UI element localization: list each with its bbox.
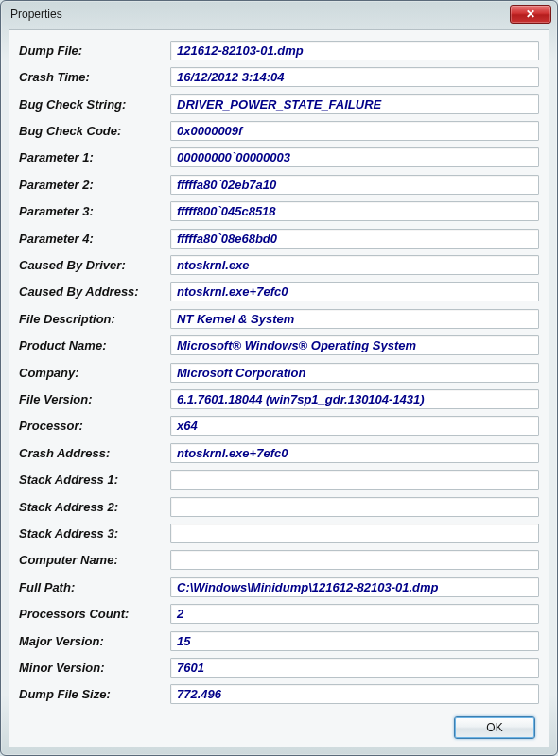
label-caused-by-driver: Caused By Driver: (19, 258, 170, 272)
row-caused-by-address: Caused By Address: ntoskrnl.exe+7efc0 (19, 282, 539, 302)
value-dump-file[interactable]: 121612-82103-01.dmp (170, 41, 539, 60)
row-processor: Processor: x64 (19, 416, 539, 437)
label-bug-check-string: Bug Check String: (19, 97, 170, 112)
window-title: Properties (10, 8, 510, 21)
label-parameter-2: Parameter 2: (19, 178, 170, 192)
label-product-name: Product Name: (19, 338, 170, 352)
row-bug-check-code: Bug Check Code: 0x0000009f (19, 120, 539, 141)
row-file-version: File Version: 6.1.7601.18044 (win7sp1_gd… (19, 388, 539, 409)
value-full-path[interactable]: C:\Windows\Minidump\121612-82103-01.dmp (170, 577, 539, 597)
value-file-description[interactable]: NT Kernel & System (170, 309, 539, 329)
value-bug-check-code[interactable]: 0x0000009f (170, 121, 539, 141)
row-crash-address: Crash Address: ntoskrnl.exe+7efc0 (19, 442, 539, 463)
value-crash-address[interactable]: ntoskrnl.exe+7efc0 (170, 443, 539, 463)
row-full-path: Full Path: C:\Windows\Minidump\121612-82… (19, 576, 539, 597)
close-icon: ✕ (526, 8, 535, 21)
row-product-name: Product Name: Microsoft® Windows® Operat… (19, 335, 539, 355)
button-bar: OK (19, 711, 539, 741)
row-computer-name: Computer Name: (19, 550, 539, 571)
label-crash-address: Crash Address: (19, 446, 170, 460)
row-caused-by-driver: Caused By Driver: ntoskrnl.exe (19, 254, 539, 275)
label-bug-check-code: Bug Check Code: (19, 124, 170, 138)
ok-button[interactable]: OK (454, 716, 535, 739)
label-stack-address-3: Stack Address 3: (19, 526, 170, 541)
label-caused-by-address: Caused By Address: (19, 284, 170, 299)
label-major-version: Major Version: (19, 634, 170, 648)
value-caused-by-address[interactable]: ntoskrnl.exe+7efc0 (170, 282, 539, 301)
row-stack-address-1: Stack Address 1: (19, 470, 539, 490)
value-processors-count[interactable]: 2 (170, 604, 539, 624)
row-dump-file: Dump File: 121612-82103-01.dmp (19, 40, 539, 60)
label-full-path: Full Path: (19, 580, 170, 594)
label-stack-address-2: Stack Address 2: (19, 500, 170, 514)
close-button[interactable]: ✕ (510, 5, 551, 24)
row-parameter-1: Parameter 1: 00000000`00000003 (19, 147, 539, 168)
row-parameter-3: Parameter 3: fffff800`045c8518 (19, 200, 539, 221)
row-major-version: Major Version: 15 (19, 630, 539, 651)
label-dump-file-size: Dump File Size: (19, 687, 170, 701)
value-processor[interactable]: x64 (170, 416, 539, 436)
label-minor-version: Minor Version: (19, 661, 170, 675)
row-parameter-4: Parameter 4: fffffa80`08e68bd0 (19, 228, 539, 249)
row-stack-address-3: Stack Address 3: (19, 523, 539, 543)
value-parameter-2[interactable]: fffffa80`02eb7a10 (170, 175, 539, 195)
label-crash-time: Crash Time: (19, 70, 170, 84)
row-dump-file-size: Dump File Size: 772.496 (19, 684, 539, 705)
value-file-version[interactable]: 6.1.7601.18044 (win7sp1_gdr.130104-1431) (170, 389, 539, 409)
label-file-version: File Version: (19, 392, 170, 406)
value-stack-address-1[interactable] (170, 470, 539, 490)
value-major-version[interactable]: 15 (170, 631, 539, 651)
row-company: Company: Microsoft Corporation (19, 362, 539, 383)
value-bug-check-string[interactable]: DRIVER_POWER_STATE_FAILURE (170, 94, 539, 114)
ok-button-label: OK (486, 721, 502, 734)
label-processors-count: Processors Count: (19, 607, 170, 621)
value-dump-file-size[interactable]: 772.496 (170, 684, 539, 704)
titlebar[interactable]: Properties ✕ (1, 1, 557, 27)
value-product-name[interactable]: Microsoft® Windows® Operating System (170, 335, 539, 355)
row-stack-address-2: Stack Address 2: (19, 496, 539, 517)
value-stack-address-2[interactable] (170, 497, 539, 517)
label-company: Company: (19, 366, 170, 380)
value-parameter-3[interactable]: fffff800`045c8518 (170, 201, 539, 221)
value-crash-time[interactable]: 16/12/2012 3:14:04 (170, 67, 539, 87)
value-stack-address-3[interactable] (170, 524, 539, 543)
label-dump-file: Dump File: (19, 43, 170, 58)
value-computer-name[interactable] (170, 550, 539, 570)
properties-window: Properties ✕ Dump File: 121612-82103-01.… (0, 0, 558, 756)
label-stack-address-1: Stack Address 1: (19, 472, 170, 487)
row-minor-version: Minor Version: 7601 (19, 657, 539, 678)
row-bug-check-string: Bug Check String: DRIVER_POWER_STATE_FAI… (19, 94, 539, 114)
content-panel: Dump File: 121612-82103-01.dmp Crash Tim… (9, 29, 549, 747)
row-processors-count: Processors Count: 2 (19, 604, 539, 625)
label-file-description: File Description: (19, 312, 170, 326)
row-crash-time: Crash Time: 16/12/2012 3:14:04 (19, 66, 539, 87)
value-parameter-1[interactable]: 00000000`00000003 (170, 147, 539, 167)
value-caused-by-driver[interactable]: ntoskrnl.exe (170, 255, 539, 275)
row-file-description: File Description: NT Kernel & System (19, 308, 539, 329)
row-parameter-2: Parameter 2: fffffa80`02eb7a10 (19, 174, 539, 195)
label-parameter-4: Parameter 4: (19, 232, 170, 246)
label-processor: Processor: (19, 419, 170, 433)
label-parameter-3: Parameter 3: (19, 204, 170, 218)
value-minor-version[interactable]: 7601 (170, 658, 539, 678)
value-parameter-4[interactable]: fffffa80`08e68bd0 (170, 229, 539, 249)
label-parameter-1: Parameter 1: (19, 150, 170, 164)
value-company[interactable]: Microsoft Corporation (170, 363, 539, 383)
label-computer-name: Computer Name: (19, 553, 170, 567)
